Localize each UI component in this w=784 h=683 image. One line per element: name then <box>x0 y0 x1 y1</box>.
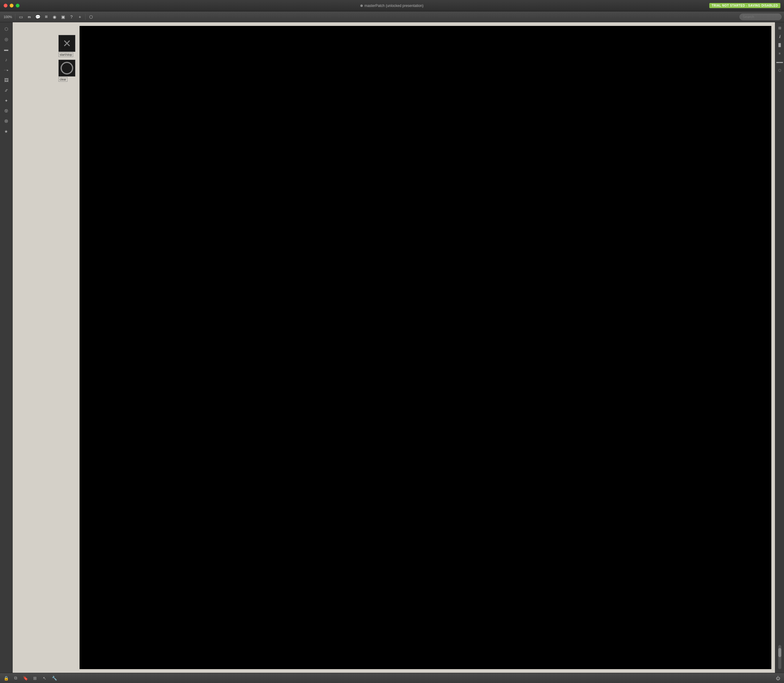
sidebar-icon-image[interactable]: 🖼 <box>2 76 11 84</box>
toolbar-screen-icon[interactable]: ▣ <box>59 13 67 21</box>
right-icon-grid[interactable]: ⊞ <box>776 25 783 31</box>
toolbar-question-icon[interactable]: ? <box>68 13 75 21</box>
power-icon[interactable]: ⏻ <box>774 675 782 682</box>
app-title: masterPatch (unlocked presentation) <box>364 3 423 8</box>
trial-badge: TRIAL NOT STARTED - SAVING DISABLED <box>709 3 781 8</box>
zoom-selector[interactable]: 100% <box>2 14 13 19</box>
right-icon-book[interactable]: ▬▬ <box>776 58 783 65</box>
start-stop-label: start/stop <box>58 53 73 57</box>
title-dot <box>360 5 363 7</box>
start-stop-box[interactable]: ✕ <box>58 35 75 52</box>
right-icon-list[interactable]: ≡ <box>776 50 783 57</box>
right-icon-camera[interactable]: ⬡ <box>776 67 783 74</box>
patch-clear[interactable]: clear <box>58 60 75 82</box>
scrollbar[interactable] <box>778 645 781 669</box>
clear-box[interactable] <box>58 60 75 77</box>
right-icon-info[interactable]: ℹ <box>776 33 783 40</box>
right-sidebar: ⊞ ℹ ▐▌ ≡ ▬▬ ⬡ <box>775 22 784 673</box>
layers-icon[interactable]: ⧉ <box>12 675 19 682</box>
title-bar-text: masterPatch (unlocked presentation) <box>360 3 423 8</box>
sidebar-icon-arrow[interactable]: ✦ <box>2 96 11 105</box>
x-symbol-icon: ✕ <box>63 38 71 48</box>
sidebar-icon-note[interactable]: ♪ <box>2 56 11 64</box>
sidebar-icon-screen[interactable]: ▬ <box>2 45 11 54</box>
bottom-right: ⏻ <box>774 675 782 682</box>
maximize-button[interactable] <box>16 3 19 8</box>
canvas-container: ✕ start/stop clear <box>16 26 771 669</box>
sidebar-icon-circle[interactable]: ◎ <box>2 35 11 43</box>
sidebar-icon-v[interactable]: Ⓥ <box>2 107 11 115</box>
grid-bottom-icon[interactable]: ⊞ <box>31 675 38 682</box>
cursor-icon[interactable]: ↖ <box>41 675 48 682</box>
sidebar-icon-sequence[interactable]: ⋯▸ <box>2 66 11 74</box>
toolbar-x-icon[interactable]: ⊠ <box>43 13 50 21</box>
toolbar-separator-2 <box>85 14 86 20</box>
lock-icon[interactable]: 🔒 <box>2 675 10 682</box>
right-icon-columns[interactable]: ▐▌ <box>776 42 783 48</box>
wrench-icon[interactable]: 🔧 <box>51 675 58 682</box>
sidebar-icon-star[interactable]: ★ <box>2 127 11 136</box>
search-input[interactable] <box>739 14 782 20</box>
circle-symbol-icon <box>61 62 73 74</box>
title-bar: masterPatch (unlocked presentation) TRIA… <box>0 0 784 11</box>
sidebar-icon-h[interactable]: Ⓗ <box>2 117 11 125</box>
left-sidebar: ⬡ ◎ ▬ ♪ ⋯▸ 🖼 🖇 ✦ Ⓥ Ⓗ ★ <box>0 22 13 673</box>
toolbar-text-icon[interactable]: m <box>26 13 33 21</box>
traffic-lights <box>3 3 19 8</box>
bottom-bar: 🔒 ⧉ 🔖 ⊞ ↖ 🔧 ⏻ <box>0 673 784 683</box>
bookmark-icon[interactable]: 🔖 <box>22 675 29 682</box>
close-button[interactable] <box>3 3 8 8</box>
canvas-area: ✕ start/stop clear <box>13 22 775 673</box>
toolbar-comment-icon[interactable]: 💬 <box>34 13 41 21</box>
sidebar-icon-clip[interactable]: 🖇 <box>2 86 11 95</box>
scrollbar-thumb[interactable] <box>778 648 781 657</box>
toolbar-frame-icon[interactable]: ▭ <box>17 13 24 21</box>
toolbar-plus-icon[interactable]: + <box>76 13 83 21</box>
toolbar-circle-icon[interactable]: ◉ <box>51 13 58 21</box>
toolbar: 100% ▭ m 💬 ⊠ ◉ ▣ ? + ⬡ <box>0 11 784 22</box>
sidebar-icon-box3d[interactable]: ⬡ <box>2 25 11 33</box>
toolbar-paint-icon[interactable]: ⬡ <box>87 13 94 21</box>
output-display <box>80 26 771 669</box>
clear-label: clear <box>58 77 67 82</box>
minimize-button[interactable] <box>10 3 14 8</box>
patch-start-stop[interactable]: ✕ start/stop <box>58 35 75 57</box>
main-area: ⬡ ◎ ▬ ♪ ⋯▸ 🖼 🖇 ✦ Ⓥ Ⓗ ★ ✕ start/stop <box>0 22 784 673</box>
